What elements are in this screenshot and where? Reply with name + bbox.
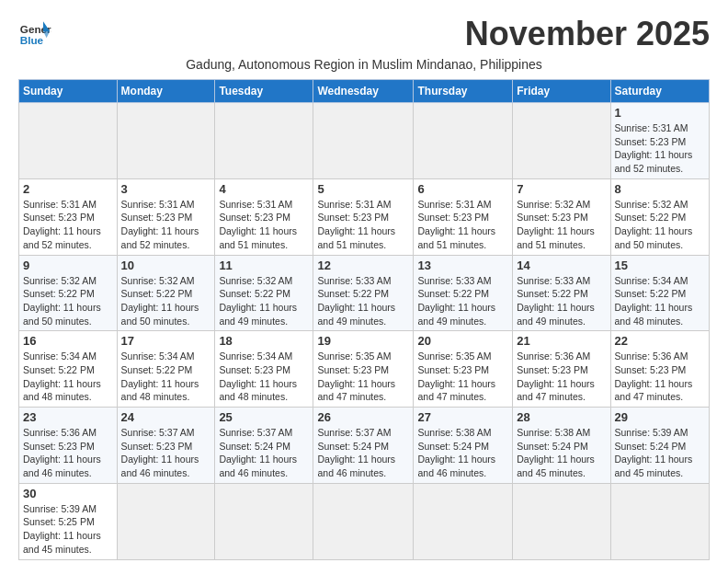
day-info: Sunrise: 5:34 AM Sunset: 5:23 PM Dayligh… (219, 350, 309, 404)
calendar-cell (610, 483, 709, 559)
day-number: 12 (317, 259, 409, 272)
day-number: 20 (417, 334, 508, 348)
calendar-cell: 26Sunrise: 5:37 AM Sunset: 5:24 PM Dayli… (313, 408, 414, 484)
calendar-cell: 29Sunrise: 5:39 AM Sunset: 5:24 PM Dayli… (610, 408, 709, 484)
day-info: Sunrise: 5:31 AM Sunset: 5:23 PM Dayligh… (615, 121, 705, 176)
calendar-cell: 18Sunrise: 5:34 AM Sunset: 5:23 PM Dayli… (215, 331, 313, 408)
header-day-wednesday: Wednesday (313, 80, 414, 103)
day-number: 21 (517, 334, 606, 348)
day-info: Sunrise: 5:37 AM Sunset: 5:24 PM Dayligh… (317, 426, 409, 480)
day-info: Sunrise: 5:31 AM Sunset: 5:23 PM Dayligh… (317, 198, 409, 252)
day-info: Sunrise: 5:34 AM Sunset: 5:22 PM Dayligh… (121, 350, 211, 404)
day-number: 8 (615, 182, 705, 196)
header-day-tuesday: Tuesday (215, 80, 313, 103)
calendar-cell (414, 483, 513, 559)
calendar-cell: 11Sunrise: 5:32 AM Sunset: 5:22 PM Dayli… (215, 255, 313, 331)
month-title: November 2025 (465, 15, 710, 53)
calendar-cell (19, 103, 118, 179)
day-number: 4 (219, 182, 309, 196)
calendar-cell: 1Sunrise: 5:31 AM Sunset: 5:23 PM Daylig… (610, 103, 709, 179)
day-info: Sunrise: 5:34 AM Sunset: 5:22 PM Dayligh… (615, 274, 705, 328)
calendar-cell (117, 483, 215, 559)
calendar-cell: 15Sunrise: 5:34 AM Sunset: 5:22 PM Dayli… (610, 255, 709, 331)
week-row-1: 1Sunrise: 5:31 AM Sunset: 5:23 PM Daylig… (19, 103, 710, 179)
calendar-cell: 3Sunrise: 5:31 AM Sunset: 5:23 PM Daylig… (117, 178, 215, 255)
day-number: 25 (219, 410, 309, 424)
day-number: 26 (317, 410, 409, 424)
calendar-cell: 28Sunrise: 5:38 AM Sunset: 5:24 PM Dayli… (513, 408, 610, 484)
calendar-cell: 17Sunrise: 5:34 AM Sunset: 5:22 PM Dayli… (117, 331, 215, 408)
calendar-cell: 24Sunrise: 5:37 AM Sunset: 5:23 PM Dayli… (117, 408, 215, 484)
week-row-2: 2Sunrise: 5:31 AM Sunset: 5:23 PM Daylig… (19, 178, 710, 255)
day-info: Sunrise: 5:31 AM Sunset: 5:23 PM Dayligh… (23, 198, 113, 252)
day-info: Sunrise: 5:33 AM Sunset: 5:22 PM Dayligh… (417, 274, 508, 328)
calendar-cell (513, 103, 610, 179)
day-number: 7 (517, 182, 606, 196)
header: General Blue November 2025 (18, 15, 710, 53)
calendar-cell (414, 103, 513, 179)
day-info: Sunrise: 5:36 AM Sunset: 5:23 PM Dayligh… (23, 426, 113, 480)
calendar-cell: 20Sunrise: 5:35 AM Sunset: 5:23 PM Dayli… (414, 331, 513, 408)
day-info: Sunrise: 5:39 AM Sunset: 5:24 PM Dayligh… (615, 426, 705, 480)
header-day-thursday: Thursday (414, 80, 513, 103)
day-number: 15 (615, 259, 705, 272)
calendar-cell: 10Sunrise: 5:32 AM Sunset: 5:22 PM Dayli… (117, 255, 215, 331)
day-number: 17 (121, 334, 211, 348)
calendar-cell: 2Sunrise: 5:31 AM Sunset: 5:23 PM Daylig… (19, 178, 118, 255)
calendar-cell: 23Sunrise: 5:36 AM Sunset: 5:23 PM Dayli… (19, 408, 118, 484)
day-info: Sunrise: 5:38 AM Sunset: 5:24 PM Dayligh… (517, 426, 606, 480)
day-info: Sunrise: 5:38 AM Sunset: 5:24 PM Dayligh… (417, 426, 508, 480)
day-number: 23 (23, 410, 113, 424)
calendar-cell (513, 483, 610, 559)
calendar-cell: 6Sunrise: 5:31 AM Sunset: 5:23 PM Daylig… (414, 178, 513, 255)
week-row-3: 9Sunrise: 5:32 AM Sunset: 5:22 PM Daylig… (19, 255, 710, 331)
calendar-cell: 9Sunrise: 5:32 AM Sunset: 5:22 PM Daylig… (19, 255, 118, 331)
calendar-cell: 16Sunrise: 5:34 AM Sunset: 5:22 PM Dayli… (19, 331, 118, 408)
calendar-cell: 25Sunrise: 5:37 AM Sunset: 5:24 PM Dayli… (215, 408, 313, 484)
day-number: 11 (219, 259, 309, 272)
day-info: Sunrise: 5:32 AM Sunset: 5:22 PM Dayligh… (121, 274, 211, 328)
day-number: 29 (615, 410, 705, 424)
day-number: 27 (417, 410, 508, 424)
day-number: 24 (121, 410, 211, 424)
day-info: Sunrise: 5:37 AM Sunset: 5:24 PM Dayligh… (219, 426, 309, 480)
day-number: 16 (23, 334, 113, 348)
day-number: 13 (417, 259, 508, 272)
week-row-6: 30Sunrise: 5:39 AM Sunset: 5:25 PM Dayli… (19, 483, 710, 559)
calendar-cell: 27Sunrise: 5:38 AM Sunset: 5:24 PM Dayli… (414, 408, 513, 484)
subtitle: Gadung, Autonomous Region in Muslim Mind… (18, 57, 710, 72)
header-day-sunday: Sunday (19, 80, 118, 103)
day-info: Sunrise: 5:31 AM Sunset: 5:23 PM Dayligh… (121, 198, 211, 252)
day-info: Sunrise: 5:31 AM Sunset: 5:23 PM Dayligh… (417, 198, 508, 252)
calendar-cell: 4Sunrise: 5:31 AM Sunset: 5:23 PM Daylig… (215, 178, 313, 255)
day-info: Sunrise: 5:33 AM Sunset: 5:22 PM Dayligh… (317, 274, 409, 328)
day-number: 22 (615, 334, 705, 348)
day-number: 18 (219, 334, 309, 348)
day-number: 9 (23, 259, 113, 272)
day-number: 2 (23, 182, 113, 196)
header-day-monday: Monday (117, 80, 215, 103)
week-row-4: 16Sunrise: 5:34 AM Sunset: 5:22 PM Dayli… (19, 331, 710, 408)
day-info: Sunrise: 5:32 AM Sunset: 5:23 PM Dayligh… (517, 198, 606, 252)
day-info: Sunrise: 5:31 AM Sunset: 5:23 PM Dayligh… (219, 198, 309, 252)
calendar-cell: 22Sunrise: 5:36 AM Sunset: 5:23 PM Dayli… (610, 331, 709, 408)
days-header-row: SundayMondayTuesdayWednesdayThursdayFrid… (19, 80, 710, 103)
calendar-cell (313, 483, 414, 559)
calendar-cell: 13Sunrise: 5:33 AM Sunset: 5:22 PM Dayli… (414, 255, 513, 331)
day-number: 30 (23, 487, 113, 500)
header-day-friday: Friday (513, 80, 610, 103)
calendar-cell (313, 103, 414, 179)
calendar-cell (215, 483, 313, 559)
calendar-cell: 14Sunrise: 5:33 AM Sunset: 5:22 PM Dayli… (513, 255, 610, 331)
week-row-5: 23Sunrise: 5:36 AM Sunset: 5:23 PM Dayli… (19, 408, 710, 484)
calendar-cell: 19Sunrise: 5:35 AM Sunset: 5:23 PM Dayli… (313, 331, 414, 408)
day-number: 3 (121, 182, 211, 196)
day-info: Sunrise: 5:36 AM Sunset: 5:23 PM Dayligh… (615, 350, 705, 404)
day-number: 1 (615, 106, 705, 120)
day-info: Sunrise: 5:33 AM Sunset: 5:22 PM Dayligh… (517, 274, 606, 328)
day-info: Sunrise: 5:32 AM Sunset: 5:22 PM Dayligh… (615, 198, 705, 252)
calendar-cell (215, 103, 313, 179)
day-number: 14 (517, 259, 606, 272)
calendar-cell: 8Sunrise: 5:32 AM Sunset: 5:22 PM Daylig… (610, 178, 709, 255)
day-number: 28 (517, 410, 606, 424)
